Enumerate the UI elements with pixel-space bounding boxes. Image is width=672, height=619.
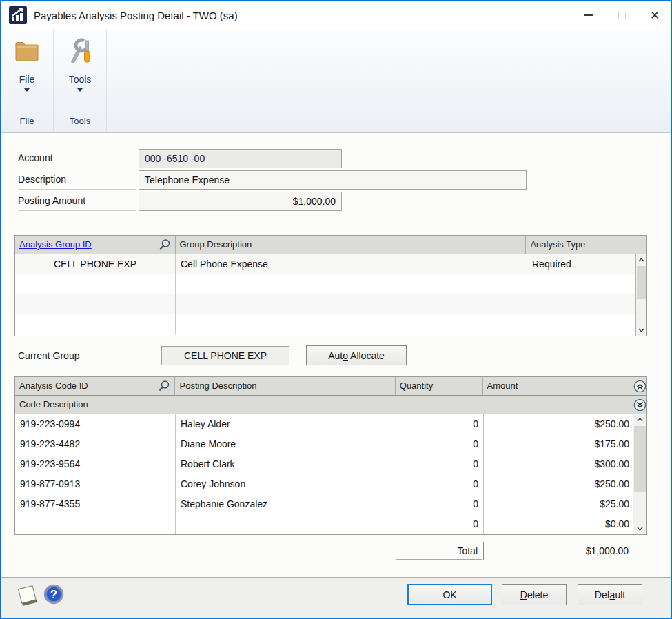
analysis-code-table-header: Analysis Code ID Posting Description Qua… <box>15 377 646 396</box>
posting-amount-field[interactable]: $1,000.00 <box>139 192 342 211</box>
amount-cell[interactable]: $0.00 <box>484 514 634 534</box>
auto-allocate-button[interactable]: Auto Allocate <box>306 345 407 365</box>
code-cell[interactable]: 919-877-4355 <box>15 494 176 514</box>
amount-cell[interactable]: $250.00 <box>484 414 634 434</box>
scroll-up-icon[interactable] <box>636 254 646 265</box>
double-chevron-up-icon <box>633 380 646 393</box>
scroll-down-icon[interactable] <box>633 523 646 534</box>
note-notepad-icon[interactable] <box>14 583 39 607</box>
desc-cell[interactable]: Stephanie Gonzalez <box>176 494 396 514</box>
table-row[interactable]: 919-223-9564 Robert Clark 0 $300.00 <box>15 454 646 474</box>
desc-cell[interactable]: Robert Clark <box>176 454 396 474</box>
collapse-rows-button[interactable] <box>633 377 646 395</box>
current-group-label: Current Group <box>18 346 136 366</box>
analysis-type-header: Analysis Type <box>526 236 635 254</box>
section-divider <box>14 369 647 369</box>
maximize-button[interactable] <box>605 1 638 30</box>
code-table-subheader: Code Description <box>15 396 646 414</box>
group-id-cell[interactable]: CELL PHONE EXP <box>15 254 176 274</box>
window-title: Payables Analysis Posting Detail - TWO (… <box>34 10 238 21</box>
qty-cell[interactable]: 0 <box>396 414 484 434</box>
group-desc-cell[interactable]: Cell Phone Expense <box>176 254 527 274</box>
code-cell[interactable]: 919-223-9564 <box>15 454 176 474</box>
description-field[interactable]: Telephone Expense <box>139 170 527 190</box>
scroll-down-icon[interactable] <box>636 325 646 336</box>
desc-cell[interactable]: Haley Alder <box>176 414 396 434</box>
ribbon: File File Tools Tools <box>1 30 671 133</box>
table-row-empty[interactable] <box>15 274 646 294</box>
analysis-group-id-link[interactable]: Analysis Group ID <box>19 236 92 254</box>
svg-text:?: ? <box>50 588 57 601</box>
group-description-header: Group Description <box>176 236 527 254</box>
amount-cell[interactable]: $175.00 <box>484 434 634 454</box>
desc-cell[interactable] <box>176 514 396 534</box>
desc-cell[interactable]: Corey Johnson <box>176 474 396 494</box>
table-row[interactable]: 919-877-0913 Corey Johnson 0 $250.00 <box>15 474 646 494</box>
table-row[interactable]: 919-223-4482 Diane Moore 0 $175.00 <box>15 434 646 454</box>
delete-button[interactable]: Delete <box>502 584 567 605</box>
titlebar[interactable]: Payables Analysis Posting Detail - TWO (… <box>1 1 671 30</box>
table-row-empty[interactable] <box>15 314 646 334</box>
code-cell[interactable]: 919-223-0994 <box>15 414 176 434</box>
description-label: Description <box>18 170 136 190</box>
analysis-code-id-header: Analysis Code ID <box>15 377 175 395</box>
scroll-corner <box>635 236 646 254</box>
maximize-icon <box>618 12 626 19</box>
qty-cell[interactable]: 0 <box>396 514 484 534</box>
analysis-group-table: Analysis Group ID Group Description Anal… <box>14 235 647 336</box>
ribbon-group-file: File File <box>1 30 54 132</box>
close-icon: ✕ <box>650 10 660 21</box>
table-row[interactable]: 919-877-4355 Stephanie Gonzalez 0 $25.00 <box>15 494 646 514</box>
code-cell[interactable]: 919-223-4482 <box>15 434 176 454</box>
file-menu-button[interactable]: File <box>1 30 53 112</box>
analysis-group-id-header: Analysis Group ID <box>15 236 176 254</box>
table-row-entry[interactable]: 0 $0.00 <box>15 514 646 534</box>
total-amount: $1,000.00 <box>483 542 633 560</box>
qty-cell[interactable]: 0 <box>396 454 484 474</box>
wrench-screwdriver-icon <box>66 38 94 65</box>
app-bar-chart-icon <box>9 6 27 24</box>
ribbon-group-tools: Tools Tools <box>54 30 107 132</box>
ok-button[interactable]: OK <box>407 584 492 605</box>
expand-rows-button[interactable] <box>633 396 646 414</box>
group-table-scrollbar[interactable] <box>635 254 646 336</box>
quantity-header: Quantity <box>396 377 483 395</box>
default-button[interactable]: Default <box>578 584 642 605</box>
amount-cell[interactable]: $25.00 <box>484 494 634 514</box>
tools-button-label: Tools <box>69 74 92 85</box>
posting-description-header: Posting Description <box>175 377 395 395</box>
analysis-group-table-header: Analysis Group ID Group Description Anal… <box>15 236 646 254</box>
scroll-up-icon[interactable] <box>633 414 646 425</box>
minimize-icon <box>584 14 593 16</box>
tools-group-label: Tools <box>54 112 106 132</box>
code-cell-active[interactable] <box>15 514 176 534</box>
double-chevron-down-icon <box>633 398 646 412</box>
qty-cell[interactable]: 0 <box>396 434 484 454</box>
qty-cell[interactable]: 0 <box>396 494 484 514</box>
minimize-button[interactable] <box>572 1 605 30</box>
qty-cell[interactable]: 0 <box>396 474 484 494</box>
analysis-type-cell[interactable]: Required <box>527 254 637 274</box>
table-row[interactable]: 919-223-0994 Haley Alder 0 $250.00 <box>15 414 646 434</box>
posting-amount-label: Posting Amount <box>18 191 136 211</box>
code-table-scrollbar[interactable] <box>633 414 646 534</box>
amount-cell[interactable]: $300.00 <box>484 454 634 474</box>
scrollbar-thumb[interactable] <box>634 426 646 492</box>
account-field[interactable]: 000 -6510 -00 <box>139 149 342 168</box>
code-cell[interactable]: 919-877-0913 <box>15 474 176 494</box>
code-description-header: Code Description <box>15 396 633 414</box>
current-group-field[interactable]: CELL PHONE EXP <box>161 346 289 365</box>
desc-cell[interactable]: Diane Moore <box>176 434 396 454</box>
table-row[interactable]: CELL PHONE EXP Cell Phone Expense Requir… <box>15 254 646 274</box>
scrollbar-thumb[interactable] <box>637 266 646 299</box>
amount-cell[interactable]: $250.00 <box>484 474 634 494</box>
folder-icon <box>13 38 41 65</box>
table-row-empty[interactable] <box>15 294 646 314</box>
account-label: Account <box>18 148 136 168</box>
close-button[interactable]: ✕ <box>638 1 671 30</box>
code-lookup-magnifier-icon[interactable] <box>157 380 170 393</box>
help-question-icon[interactable]: ? <box>43 584 64 605</box>
tools-menu-button[interactable]: Tools <box>54 30 106 112</box>
group-lookup-magnifier-icon[interactable] <box>158 239 171 252</box>
file-group-label: File <box>1 112 53 132</box>
